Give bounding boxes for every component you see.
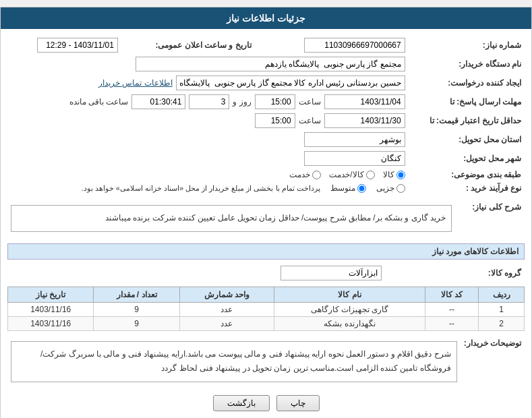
buttons-row: چاپ بازگشت: [7, 395, 525, 411]
ettelaat-tamas-link[interactable]: اطلاعات تماس خریدار: [98, 78, 173, 88]
tarikh-label: تاریخ و ساعت اعلان عمومی:: [121, 36, 255, 55]
hadaqal-tarikh-label: حداقل تاریخ اعتبار قیمت: تا: [409, 111, 525, 130]
cell-tedad: 9: [94, 302, 179, 316]
kala-table: ردیف کد کالا نام کالا واحد شمارش تعداد /…: [7, 287, 525, 331]
navoe-farayand-label: نوع فرآیند خرید :: [409, 181, 525, 195]
radio-khedmat-label[interactable]: خدمت: [289, 170, 321, 179]
shahr-cell: [7, 149, 409, 168]
cell-nam: گاری تجهیزات کارگاهی: [274, 302, 425, 316]
tarikh-input[interactable]: [37, 38, 118, 53]
mohlat-rooz-label: روز و: [233, 97, 251, 107]
radio-jozii[interactable]: [396, 184, 405, 193]
hadaqal-saat-input[interactable]: [255, 113, 295, 128]
shomare-niaz-cell: [268, 36, 409, 55]
hadaqal-date-input[interactable]: [324, 113, 405, 128]
cell-radif: 1: [479, 302, 525, 316]
ijad-konande-label: ایجاد کننده درخواست:: [409, 73, 525, 92]
mohlat-rooz-input[interactable]: [189, 94, 229, 109]
return-button[interactable]: بازگشت: [213, 395, 270, 411]
cell-radif: 2: [479, 316, 525, 330]
print-button[interactable]: چاپ: [276, 395, 320, 411]
ostan-input[interactable]: [304, 132, 405, 147]
content-area: شماره نیاز: تاریخ و ساعت اعلان عمومی: نا…: [1, 29, 531, 418]
page-header: جزئیات اطلاعات نیاز: [1, 7, 531, 29]
tozih-value: شرح دقیق اقلام و دستور العمل نحوه ارایه …: [40, 349, 451, 374]
col-tedad: تعداد / مقدار: [94, 287, 179, 302]
mohlat-mande-input[interactable]: [131, 94, 185, 109]
navoe-note: پرداخت تمام با بخشی از مبلغ خریدار از مح…: [82, 184, 320, 193]
table-row: 2--نگهدارنده بشکهعدد91403/11/16: [8, 316, 525, 330]
sarj-value: خرید گاری و بشکه بر/ مطابق شرح پیوست/ حد…: [105, 213, 446, 222]
radio-khedmat[interactable]: [312, 171, 321, 179]
shomare-niaz-input[interactable]: [304, 38, 405, 53]
ijad-konande-input[interactable]: [176, 76, 405, 90]
radio-motavasset-label[interactable]: متوسط: [330, 183, 366, 193]
hadaqal-tarikh-cell: ساعت: [7, 111, 409, 130]
radio-kala-khedmat[interactable]: [366, 171, 375, 179]
col-nam: نام کالا: [274, 287, 425, 302]
table-row: 1--گاری تجهیزات کارگاهیعدد91403/11/16: [8, 302, 525, 316]
ijad-konande-cell: اطلاعات تماس خریدار: [7, 73, 409, 92]
shahr-label: شهر محل تحویل:: [409, 149, 525, 168]
main-container: جزئیات اطلاعات نیاز شماره نیاز: تاریخ و …: [0, 7, 532, 418]
cell-tarikh: 1403/11/16: [8, 316, 94, 330]
col-vahed: واحد شمارش: [179, 287, 274, 302]
mohlat-saat-label: ساعت: [299, 97, 321, 107]
col-radif: ردیف: [479, 287, 525, 302]
hadaqal-saat-label: ساعت: [299, 116, 321, 125]
nam-dastgah-cell: [7, 55, 409, 73]
tabaqe-label: طبقه بندی موضوعی:: [409, 168, 525, 181]
tozih-box: شرح دقیق اقلام و دستور العمل نحوه ارایه …: [11, 341, 457, 382]
col-kod: کد کالا: [425, 287, 479, 302]
sarj-cell: خرید گاری و بشکه بر/ مطابق شرح پیوست/ حد…: [7, 199, 455, 238]
cell-vahed: عدد: [179, 316, 274, 330]
tozih-table: توضیحات خریدار: شرح دقیق اقلام و دستور ا…: [7, 335, 525, 388]
etelaat-kala-title: اطلاعات کالاهای مورد نیاز: [7, 243, 525, 260]
tarikh-cell: [7, 36, 121, 55]
sarj-label: شرح کلی نیاز:: [455, 199, 525, 238]
cell-vahed: عدد: [179, 302, 274, 316]
col-tarikh: تاریخ نیاز: [8, 287, 94, 302]
cell-kod: --: [425, 302, 479, 316]
mohlat-date-input[interactable]: [324, 94, 405, 109]
tozih-label: توضیحات خریدار:: [461, 335, 525, 388]
radio-kala-khedmat-label[interactable]: کالا/خدمت: [329, 170, 374, 179]
mohlat-mande-label: ساعت باقی مانده: [69, 97, 129, 107]
mohlat-ersal-label: مهلت ارسال پاسخ: تا: [409, 92, 525, 111]
group-kala-table: گروه کالا:: [7, 264, 525, 282]
cell-nam: نگهدارنده بشکه: [274, 316, 425, 330]
radio-jozii-label[interactable]: جزیی: [376, 183, 405, 193]
navoe-farayand-cell: جزیی متوسط پرداخت تمام با بخشی از مبلغ خ…: [7, 181, 409, 195]
radio-kala[interactable]: [396, 171, 405, 179]
nam-dastgah-input[interactable]: [136, 57, 405, 71]
cell-kod: --: [425, 316, 479, 330]
sarj-box: خرید گاری و بشکه بر/ مطابق شرح پیوست/ حد…: [11, 205, 452, 232]
page-title: جزئیات اطلاعات نیاز: [227, 13, 305, 24]
shomare-niaz-label: شماره نیاز:: [409, 36, 525, 55]
cell-tedad: 9: [94, 316, 179, 330]
mohlat-saat-input[interactable]: [255, 94, 295, 109]
group-kala-cell: [7, 264, 385, 282]
group-kala-label: گروه کالا:: [385, 264, 525, 282]
radio-motavasset[interactable]: [357, 184, 366, 193]
ostan-cell: [7, 130, 409, 149]
radio-kala-label[interactable]: کالا: [383, 170, 405, 179]
mohlat-ersal-cell: ساعت روز و ساعت باقی مانده: [7, 92, 409, 111]
sarj-table: شرح کلی نیاز: خرید گاری و بشکه بر/ مطابق…: [7, 199, 525, 238]
tozih-cell: شرح دقیق اقلام و دستور العمل نحوه ارایه …: [7, 335, 461, 388]
cell-tarikh: 1403/11/16: [8, 302, 94, 316]
ostan-label: استان محل تحویل:: [409, 130, 525, 149]
shahr-input[interactable]: [304, 151, 405, 166]
nam-dastgah-label: نام دستگاه خریدار:: [409, 55, 525, 73]
tabaqe-cell: کالا کالا/خدمت خدمت: [7, 168, 409, 181]
form-table: شماره نیاز: تاریخ و ساعت اعلان عمومی: نا…: [7, 36, 525, 195]
group-kala-input[interactable]: [280, 266, 382, 280]
